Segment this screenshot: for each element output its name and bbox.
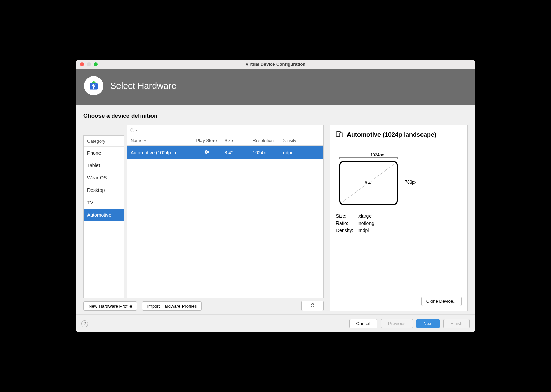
preview-title: Automotive (1024p landscape)	[347, 131, 436, 138]
help-button[interactable]: ?	[81, 320, 88, 327]
window-title: Virtual Device Configuration	[76, 62, 475, 67]
cell-size: 8.4"	[221, 146, 249, 159]
header: Select Hardware	[76, 69, 475, 105]
svg-point-4	[131, 128, 133, 131]
device-figure: 1024px 8.4" 768px	[339, 153, 415, 205]
device-table: Name▼ Play Store Size Resolution Density	[127, 135, 324, 298]
svg-rect-7	[340, 133, 343, 137]
next-button[interactable]: Next	[416, 319, 440, 328]
search-dropdown-icon[interactable]: ▾	[136, 128, 137, 132]
cell-play-store	[193, 146, 221, 159]
category-item-tablet[interactable]: Tablet	[84, 159, 124, 172]
col-play-store[interactable]: Play Store	[193, 135, 221, 146]
svg-point-2	[95, 82, 95, 82]
table-row[interactable]: Automotive (1024p la... 8.4" 1024x...	[127, 146, 323, 159]
android-studio-icon	[84, 76, 103, 95]
col-density[interactable]: Density	[278, 135, 323, 146]
cancel-button[interactable]: Cancel	[349, 319, 377, 328]
import-hardware-profiles-button[interactable]: Import Hardware Profiles	[142, 301, 202, 311]
refresh-icon	[310, 303, 315, 308]
category-item-phone[interactable]: Phone	[84, 147, 124, 159]
category-heading: Category	[84, 136, 124, 147]
sort-desc-icon: ▼	[144, 139, 147, 143]
col-size[interactable]: Size	[221, 135, 249, 146]
content-area: Choose a device definition Category Phon…	[76, 105, 475, 314]
col-name[interactable]: Name▼	[127, 135, 193, 146]
clone-device-button[interactable]: Clone Device...	[421, 297, 462, 306]
titlebar: Virtual Device Configuration	[76, 60, 475, 69]
cell-name: Automotive (1024p la...	[127, 146, 193, 159]
cell-resolution: 1024x...	[249, 146, 278, 159]
svg-line-5	[133, 131, 134, 132]
category-item-automotive[interactable]: Automotive	[84, 209, 124, 221]
diagonal-label: 8.4"	[364, 180, 373, 185]
category-item-tv[interactable]: TV	[84, 196, 124, 209]
device-outline: 8.4"	[339, 161, 398, 205]
new-hardware-profile-button[interactable]: New Hardware Profile	[83, 301, 137, 311]
height-label: 768px	[405, 180, 416, 185]
col-resolution[interactable]: Resolution	[249, 135, 278, 146]
devices-icon	[336, 130, 343, 139]
svg-point-3	[93, 84, 94, 85]
finish-button: Finish	[443, 319, 470, 328]
cell-density: mdpi	[278, 146, 323, 159]
width-label: 1024px	[339, 153, 415, 157]
previous-button: Previous	[381, 319, 413, 328]
header-title: Select Hardware	[110, 81, 176, 91]
refresh-button[interactable]	[301, 301, 324, 311]
device-specs: Size:xlarge Ratio:notlong Density:mdpi	[336, 213, 462, 234]
footer: ? Cancel Previous Next Finish	[76, 314, 475, 332]
search-input[interactable]: ▾	[127, 125, 324, 135]
category-item-desktop[interactable]: Desktop	[84, 184, 124, 196]
play-store-icon	[204, 149, 209, 156]
dialog-window: Virtual Device Configuration Select Hard…	[76, 60, 475, 332]
category-item-wear-os[interactable]: Wear OS	[84, 172, 124, 184]
preview-panel: Automotive (1024p landscape) 1024px 8.4"	[330, 125, 468, 311]
subheading: Choose a device definition	[83, 113, 468, 120]
search-icon	[130, 128, 134, 133]
category-list: Category Phone Tablet Wear OS Desktop TV…	[83, 135, 124, 298]
svg-point-1	[92, 82, 93, 82]
